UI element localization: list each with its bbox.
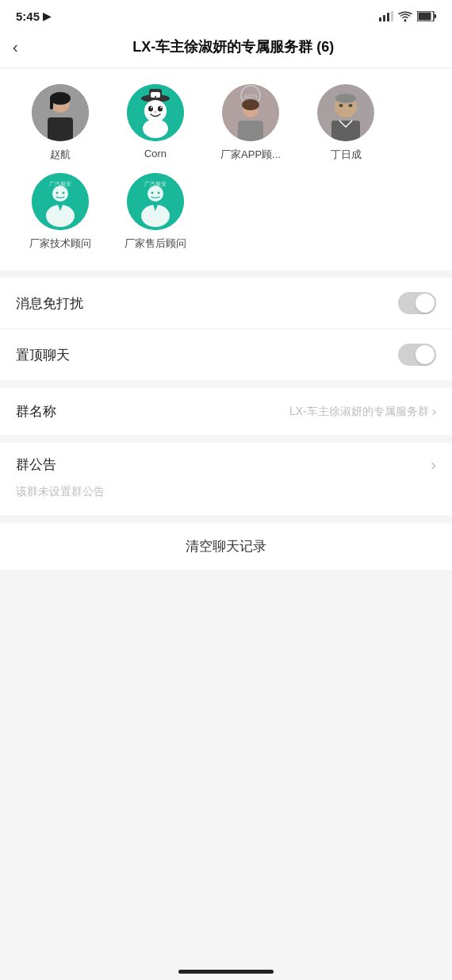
- pin-chat-toggle[interactable]: [398, 344, 436, 366]
- svg-rect-30: [238, 121, 263, 141]
- status-bar-left: 5:45 ▶: [16, 10, 51, 23]
- svg-point-23: [154, 111, 157, 113]
- svg-rect-36: [331, 121, 360, 141]
- svg-text:广汽服安: 广汽服安: [144, 181, 167, 186]
- svg-point-46: [151, 192, 154, 194]
- corn-avatar-image: ●: [127, 84, 184, 141]
- avatar-after-advisor: 广汽服安: [127, 173, 184, 230]
- member-zhaohan[interactable]: 赵航: [13, 84, 108, 162]
- group-name-chevron: ›: [432, 405, 436, 419]
- svg-rect-10: [48, 117, 73, 141]
- group-name-value-container: LX-车主徐淑妍的专属服务群 ›: [289, 405, 436, 419]
- pin-chat-row: 置顶聊天: [0, 329, 452, 380]
- status-bar: 5:45 ▶: [0, 0, 452, 29]
- page-title: LX-车主徐淑妍的专属服务群 (6): [28, 37, 439, 56]
- announcement-chevron[interactable]: ›: [431, 455, 436, 474]
- svg-text:AION: AION: [243, 94, 257, 99]
- member-factory-app-name: 厂家APP顾...: [220, 148, 281, 162]
- announcement-placeholder: 该群未设置群公告: [16, 482, 436, 502]
- svg-point-34: [339, 104, 343, 107]
- location-icon: ▶: [43, 10, 51, 22]
- members-grid: 赵航 ●: [13, 84, 439, 262]
- svg-point-47: [158, 192, 160, 194]
- member-tech-advisor[interactable]: 广汽服安 厂家技术顾问: [13, 173, 108, 251]
- after-advisor-avatar-image: 广汽服安: [127, 173, 184, 230]
- announcement-section: 群公告 › 该群未设置群公告: [0, 443, 452, 515]
- dnd-label: 消息免打扰: [16, 294, 83, 313]
- svg-rect-0: [379, 17, 381, 21]
- announcement-label: 群公告: [16, 455, 56, 474]
- zhaohan-avatar-image: [32, 84, 89, 141]
- status-bar-right: [379, 11, 436, 22]
- svg-rect-12: [50, 97, 53, 110]
- group-name-label: 群名称: [16, 402, 56, 421]
- member-corn[interactable]: ● Corn: [108, 84, 203, 162]
- pin-chat-label: 置顶聊天: [16, 346, 70, 364]
- svg-point-22: [160, 107, 162, 109]
- dingricheng-avatar-image: [317, 84, 374, 141]
- svg-point-35: [349, 104, 353, 107]
- svg-point-45: [147, 186, 163, 202]
- member-tech-advisor-name: 厂家技术顾问: [29, 236, 91, 251]
- svg-rect-1: [383, 15, 385, 21]
- svg-rect-6: [419, 13, 431, 21]
- avatar-dingricheng: [317, 84, 374, 141]
- factory-app-avatar-image: AION: [222, 84, 279, 141]
- svg-point-4: [404, 19, 407, 21]
- svg-rect-2: [387, 13, 389, 21]
- svg-text:广汽服安: 广汽服安: [49, 181, 71, 186]
- avatar-corn: ●: [127, 84, 184, 141]
- signal-icon: [379, 11, 393, 21]
- svg-point-24: [143, 119, 168, 138]
- svg-point-33: [335, 94, 356, 103]
- svg-point-39: [52, 186, 68, 202]
- clear-history-button[interactable]: 清空聊天记录: [0, 523, 452, 570]
- group-name-row[interactable]: 群名称 LX-车主徐淑妍的专属服务群 ›: [0, 388, 452, 435]
- avatar-tech-advisor: 广汽服安: [32, 173, 89, 230]
- avatar-factory-app: AION: [222, 84, 279, 141]
- dnd-row: 消息免打扰: [0, 278, 452, 329]
- svg-point-41: [63, 192, 65, 194]
- member-after-advisor[interactable]: 广汽服安 厂家售后顾问: [108, 173, 203, 251]
- svg-point-20: [158, 106, 163, 112]
- settings-section: 消息免打扰 置顶聊天: [0, 278, 452, 380]
- announcement-header: 群公告 ›: [16, 455, 436, 474]
- svg-rect-7: [435, 14, 437, 18]
- time-display: 5:45: [16, 10, 40, 23]
- back-button[interactable]: ‹: [13, 38, 18, 56]
- svg-point-21: [151, 107, 152, 109]
- svg-rect-3: [391, 11, 393, 21]
- page-header: ‹ LX-车主徐淑妍的专属服务群 (6): [0, 29, 452, 68]
- members-section: 赵航 ●: [0, 68, 452, 270]
- clear-history-section: 清空聊天记录: [0, 523, 452, 570]
- dnd-toggle[interactable]: [398, 292, 436, 314]
- member-dingricheng-name: 丁日成: [331, 148, 362, 162]
- member-corn-name: Corn: [144, 148, 167, 159]
- svg-text:●: ●: [154, 94, 156, 98]
- tech-advisor-avatar-image: 广汽服安: [32, 173, 89, 230]
- bottom-spacer: [0, 578, 452, 736]
- avatar-zhaohan: [32, 84, 89, 141]
- svg-point-40: [56, 192, 59, 194]
- battery-icon: [417, 11, 436, 21]
- member-after-advisor-name: 厂家售后顾问: [124, 236, 186, 251]
- member-dingricheng[interactable]: 丁日成: [298, 84, 393, 162]
- member-factory-app[interactable]: AION 厂家APP顾...: [203, 84, 298, 162]
- svg-point-29: [242, 99, 259, 110]
- group-name-section: 群名称 LX-车主徐淑妍的专属服务群 ›: [0, 388, 452, 435]
- svg-point-19: [148, 106, 153, 112]
- group-name-value: LX-车主徐淑妍的专属服务群: [289, 405, 429, 419]
- wifi-icon: [398, 11, 412, 22]
- home-indicator: [178, 970, 274, 974]
- member-zhaohan-name: 赵航: [50, 148, 71, 162]
